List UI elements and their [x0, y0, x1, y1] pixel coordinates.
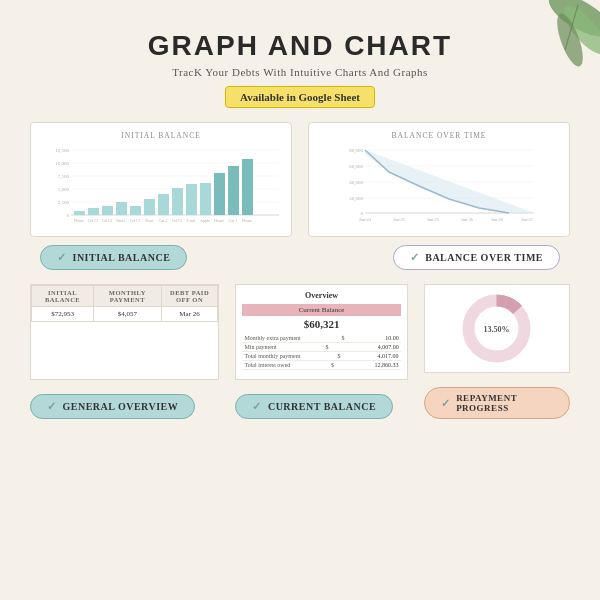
check-icon-1: ✓: [57, 251, 67, 264]
balance-amount: $60,321: [242, 318, 400, 330]
bar-chart-svg: 12,500 10,000 7,500 5,000 2,500 0: [39, 144, 283, 224]
svg-text:Stud L: Stud L: [116, 219, 125, 223]
cell-date: Mar 26: [161, 307, 218, 322]
current-balance-label: Current Balance: [242, 304, 400, 316]
svg-text:House: House: [242, 218, 252, 223]
bottom-section: INITIAL BALANCE MONTHLY PAYMENT DEBT PAI…: [30, 284, 570, 419]
svg-text:2,500: 2,500: [58, 200, 70, 206]
charts-row: INITIAL BALANCE 12,500 10,000 7,500 5,00…: [30, 122, 570, 237]
svg-text:House: House: [214, 218, 224, 223]
row1-label: Monthly extra payment: [244, 335, 300, 341]
row3-symbol: $: [337, 353, 340, 359]
svg-rect-17: [88, 208, 99, 215]
svg-rect-23: [172, 188, 183, 215]
svg-text:Crd C3: Crd C3: [88, 219, 98, 223]
svg-text:Jan-27: Jan-27: [521, 217, 534, 222]
row4-symbol: $: [331, 362, 334, 368]
chart1-title: INITIAL BALANCE: [39, 131, 283, 140]
row4-label: Total interest owed: [244, 362, 290, 368]
svg-text:Jan-25: Jan-25: [393, 217, 406, 222]
svg-text:0: 0: [361, 211, 364, 216]
table-row: $72,953 $4,057 Mar 26: [32, 307, 218, 322]
svg-text:10,000: 10,000: [55, 161, 69, 167]
col-monthly-payment: MONTHLY PAYMENT: [94, 286, 162, 307]
svg-text:60,000: 60,000: [349, 164, 363, 170]
svg-text:Apple: Apple: [200, 218, 210, 223]
svg-marker-52: [365, 150, 534, 213]
donut-card: 13.50%: [424, 284, 570, 373]
col-initial-balance: INITIAL BALANCE: [32, 286, 94, 307]
check-icon-4: ✓: [252, 400, 262, 413]
col-debt-paid-off: DEBT PAID OFF ON: [161, 286, 218, 307]
row2-label: Min payment: [244, 344, 276, 350]
overview-row-1: Monthly extra payment $ 10.00: [242, 334, 400, 343]
balance-over-time-chart: BALANCE OVER TIME 80,000 60,000 40,000 2…: [308, 122, 570, 237]
svg-rect-19: [116, 202, 127, 215]
donut-chart-svg: 13.50%: [459, 291, 534, 366]
svg-rect-28: [242, 159, 253, 215]
svg-text:Phone: Phone: [74, 218, 84, 223]
svg-text:Jun-24: Jun-24: [359, 217, 372, 222]
svg-text:0: 0: [67, 213, 70, 218]
svg-text:80,000: 80,000: [349, 148, 363, 154]
row2-value: 4,007.00: [378, 344, 399, 350]
svg-rect-20: [130, 206, 141, 215]
svg-rect-27: [228, 166, 239, 215]
svg-text:Jan-26: Jan-26: [461, 217, 474, 222]
svg-rect-24: [186, 184, 197, 215]
svg-text:Jun-26: Jun-26: [491, 217, 504, 222]
row2-symbol: $: [326, 344, 329, 350]
svg-text:Car 2: Car 2: [159, 218, 168, 223]
svg-text:Jun-25: Jun-25: [427, 217, 440, 222]
balance-over-time-button[interactable]: ✓ BALANCE OVER TIME: [393, 245, 560, 270]
svg-text:12,500: 12,500: [55, 148, 69, 154]
row1-value: 10.00: [385, 335, 399, 341]
svg-text:Cash: Cash: [187, 218, 195, 223]
cell-payment: $4,057: [94, 307, 162, 322]
check-icon-2: ✓: [410, 251, 420, 264]
overview-row-4: Total interest owed $ 12,860.33: [242, 361, 400, 370]
current-balance-button[interactable]: ✓ CURRENT BALANCE: [235, 394, 393, 419]
overview-title: Overview: [242, 291, 400, 300]
check-icon-3: ✓: [47, 400, 57, 413]
overview-rows: Monthly extra payment $ 10.00 Min paymen…: [242, 334, 400, 370]
row1-symbol: $: [341, 335, 344, 341]
chart2-title: BALANCE OVER TIME: [317, 131, 561, 140]
initial-balance-button[interactable]: ✓ INITIAL BALANCE: [40, 245, 187, 270]
header: GRAPH AND CHART TracK Your Debts With In…: [30, 20, 570, 108]
initial-balance-chart: INITIAL BALANCE 12,500 10,000 7,500 5,00…: [30, 122, 292, 237]
main-title: GRAPH AND CHART: [30, 30, 570, 62]
svg-text:Crd C4: Crd C4: [102, 219, 112, 223]
svg-text:Crd C1: Crd C1: [130, 219, 140, 223]
svg-rect-25: [200, 183, 211, 215]
row3-label: Total monthly payment: [244, 353, 300, 359]
donut-label: 13.50%: [484, 325, 510, 334]
repayment-progress-button[interactable]: ✓ REPAYMENT PROGRESS: [424, 387, 570, 419]
available-badge[interactable]: Available in Google Sheet: [225, 86, 375, 108]
svg-text:40,000: 40,000: [349, 180, 363, 186]
svg-text:Crd C5: Crd C5: [172, 219, 182, 223]
overview-card: Overview Current Balance $60,321 Monthly…: [235, 284, 407, 380]
svg-rect-22: [158, 194, 169, 215]
subtitle: TracK Your Debts With Intuitive Charts A…: [30, 66, 570, 78]
row4-value: 12,860.33: [375, 362, 399, 368]
svg-text:7,500: 7,500: [58, 174, 70, 180]
svg-text:Car 1: Car 1: [229, 218, 238, 223]
svg-text:20,000: 20,000: [349, 196, 363, 202]
overview-row-2: Min payment $ 4,007.00: [242, 343, 400, 352]
check-icon-5: ✓: [441, 397, 451, 410]
svg-rect-21: [144, 199, 155, 215]
overview-row-3: Total monthly payment $ 4,017.00: [242, 352, 400, 361]
leaf-decoration: [510, 0, 600, 90]
table-card: INITIAL BALANCE MONTHLY PAYMENT DEBT PAI…: [30, 284, 219, 380]
row3-value: 4,017.00: [378, 353, 399, 359]
line-chart-svg: 80,000 60,000 40,000 20,000 0 Jun-24 Jan…: [317, 144, 561, 224]
summary-table: INITIAL BALANCE MONTHLY PAYMENT DEBT PAI…: [31, 285, 218, 322]
cell-balance: $72,953: [32, 307, 94, 322]
svg-text:5,000: 5,000: [58, 187, 70, 193]
svg-text:Boat: Boat: [145, 218, 153, 223]
page: GRAPH AND CHART TracK Your Debts With In…: [0, 0, 600, 600]
svg-rect-18: [102, 206, 113, 215]
svg-rect-26: [214, 173, 225, 215]
general-overview-button[interactable]: ✓ GENERAL OVERVIEW: [30, 394, 195, 419]
